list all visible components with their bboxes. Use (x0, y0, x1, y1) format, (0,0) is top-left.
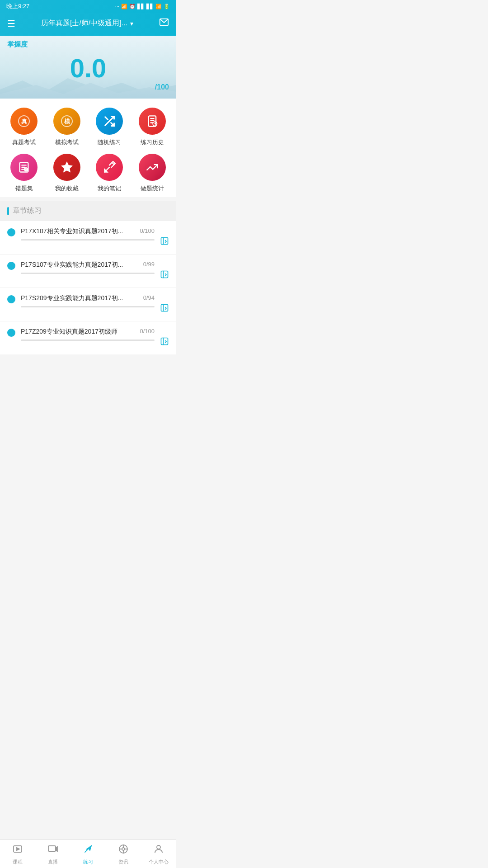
chapter-title: 章节练习 (13, 206, 42, 216)
favorites-icon (53, 154, 80, 181)
svg-rect-25 (161, 338, 168, 345)
mountain-decoration (0, 76, 176, 99)
app-header: ☰ 历年真题[士/师/中级通用]... ▾ (0, 13, 176, 36)
list-item-row: P17S107专业实践能力真题2017初... 0/99 (21, 261, 155, 269)
list-item[interactable]: P17Z209专业知识真题2017初级师 0/100 (0, 321, 176, 354)
list-item-row: P17Z209专业知识真题2017初级师 0/100 (21, 328, 155, 336)
random-practice-label: 随机练习 (98, 138, 121, 146)
edit-icon[interactable] (160, 303, 169, 315)
mastery-label: 掌握度 (7, 40, 169, 49)
list-dot-icon (7, 228, 15, 236)
list-item-name: P17X107相关专业知识真题2017初... (21, 227, 136, 236)
svg-rect-19 (161, 238, 168, 245)
chapter-header: 章节练习 (0, 201, 176, 221)
list-dot-icon (7, 329, 15, 337)
list-item[interactable]: P17S107专业实践能力真题2017初... 0/99 (0, 255, 176, 288)
menu-item-random-practice[interactable]: 随机练习 (90, 108, 129, 146)
menu-item-favorites[interactable]: 我的收藏 (47, 154, 87, 193)
list-item-row: P17X107相关专业知识真题2017初... 0/100 (21, 227, 155, 236)
menu-item-practice-history[interactable]: 练习历史 (133, 108, 172, 146)
notes-label: 我的笔记 (98, 184, 121, 193)
list-item-name: P17S209专业实践能力真题2017初... (21, 294, 140, 302)
list-item-progress (21, 273, 155, 274)
practice-history-icon (139, 108, 166, 135)
list-item-content: P17S209专业实践能力真题2017初... 0/94 (21, 294, 155, 307)
wrong-set-label: 错题集 (15, 184, 33, 193)
mastery-section: 掌握度 0.0 /100 (0, 36, 176, 99)
list-container: P17X107相关专业知识真题2017初... 0/100 P17S107专业实… (0, 221, 176, 354)
edit-icon[interactable] (160, 270, 169, 281)
mail-icon[interactable] (159, 17, 169, 29)
list-item[interactable]: P17S209专业实践能力真题2017初... 0/94 (0, 288, 176, 321)
svg-rect-23 (161, 305, 168, 311)
alarm-icon: ⏰ (129, 4, 136, 9)
chapter-bar-decoration (7, 207, 9, 215)
mock-exam-label: 模拟考试 (55, 138, 79, 146)
real-exam-icon: 真 (10, 108, 38, 135)
battery-icon: 🔋 (164, 4, 170, 9)
list-item-name: P17S107专业实践能力真题2017初... (21, 261, 140, 269)
stats-label: 做题统计 (141, 184, 164, 193)
bluetooth-icon: 📶 (121, 4, 127, 9)
mock-exam-icon: 模 (53, 108, 80, 135)
wifi-icon: 📶 (155, 4, 162, 9)
status-icons: ··· 📶 ⏰ ▋▋ ▋▋ 📶 🔋 (115, 4, 170, 9)
signal-dots-icon: ··· (115, 4, 119, 9)
list-item-content: P17X107相关专业知识真题2017初... 0/100 (21, 227, 155, 241)
list-item-content: P17Z209专业知识真题2017初级师 0/100 (21, 328, 155, 341)
list-item-progress (21, 340, 155, 341)
edit-icon[interactable] (160, 236, 169, 248)
list-item-count: 0/94 (143, 294, 155, 301)
header-title-container[interactable]: 历年真题[士/师/中级通用]... ▾ (41, 19, 133, 28)
signal-bar1-icon: ▋▋ (137, 4, 145, 9)
list-item-count: 0/99 (143, 261, 155, 268)
wrong-set-icon (10, 154, 38, 181)
list-dot-icon (7, 262, 15, 270)
list-item-name: P17Z209专业知识真题2017初级师 (21, 328, 136, 336)
menu-item-mock-exam[interactable]: 模 模拟考试 (47, 108, 87, 146)
svg-text:模: 模 (63, 118, 70, 125)
notes-icon (96, 154, 123, 181)
svg-rect-21 (161, 271, 168, 278)
main-content: 掌握度 0.0 /100 真 真题考试 模 (0, 36, 176, 382)
menu-item-notes[interactable]: 我的笔记 (90, 154, 129, 193)
svg-marker-17 (61, 162, 72, 172)
list-item-row: P17S209专业实践能力真题2017初... 0/94 (21, 294, 155, 302)
list-item[interactable]: P17X107相关专业知识真题2017初... 0/100 (0, 221, 176, 255)
list-item-count: 0/100 (140, 227, 155, 234)
favorites-label: 我的收藏 (55, 184, 79, 193)
menu-item-wrong-set[interactable]: 错题集 (5, 154, 44, 193)
real-exam-label: 真题考试 (12, 138, 36, 146)
random-practice-icon (96, 108, 123, 135)
status-time: 晚上9:27 (6, 2, 29, 10)
list-dot-icon (7, 295, 15, 303)
menu-grid: 真 真题考试 模 模拟考试 随机练习 (0, 99, 176, 197)
chevron-down-icon: ▾ (130, 20, 133, 27)
list-item-progress (21, 239, 155, 241)
menu-icon[interactable]: ☰ (7, 18, 15, 29)
status-bar: 晚上9:27 ··· 📶 ⏰ ▋▋ ▋▋ 📶 🔋 (0, 0, 176, 13)
list-item-count: 0/100 (140, 328, 155, 335)
menu-item-real-exam[interactable]: 真 真题考试 (5, 108, 44, 146)
edit-icon[interactable] (160, 337, 169, 348)
svg-text:真: 真 (21, 118, 28, 125)
practice-history-label: 练习历史 (141, 138, 164, 146)
signal-bar2-icon: ▋▋ (146, 4, 154, 9)
stats-icon (139, 154, 166, 181)
menu-item-stats[interactable]: 做题统计 (133, 154, 172, 193)
list-item-progress (21, 306, 155, 307)
list-item-content: P17S107专业实践能力真题2017初... 0/99 (21, 261, 155, 274)
header-title-text: 历年真题[士/师/中级通用]... (41, 19, 127, 28)
